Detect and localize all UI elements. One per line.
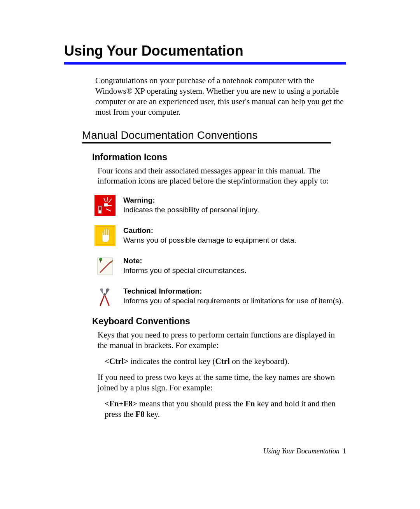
note-text: Note: Informs you of special circumstanc… bbox=[123, 255, 247, 275]
keyboard-p2: If you need to press two keys at the sam… bbox=[98, 372, 346, 393]
title-rule bbox=[64, 62, 346, 65]
note-icon bbox=[94, 255, 116, 276]
fnf8-key: <Fn+F8> bbox=[105, 399, 137, 408]
svg-rect-8 bbox=[104, 203, 108, 206]
svg-rect-2 bbox=[99, 206, 101, 210]
caution-label: Caution: bbox=[123, 226, 153, 234]
caution-row: Caution: Warns you of possible damage to… bbox=[94, 225, 346, 246]
chapter-title: Using Your Documentation bbox=[64, 43, 346, 59]
document-page: Using Your Documentation Congratulations… bbox=[0, 0, 420, 479]
ex1-end: on the keyboard). bbox=[230, 357, 289, 366]
note-desc: Informs you of special circumstances. bbox=[123, 266, 247, 275]
keyboard-conventions-heading: Keyboard Conventions bbox=[92, 316, 346, 327]
fn-bold: Fn bbox=[245, 399, 255, 408]
tech-info-desc: Informs you of special requirements or l… bbox=[123, 297, 343, 305]
caution-desc: Warns you of possible damage to equipmen… bbox=[123, 236, 296, 244]
ex1-mid: indicates the control key ( bbox=[128, 357, 215, 366]
section-heading: Manual Documentation Conventions bbox=[82, 129, 346, 142]
footer-text: Using Your Documentation bbox=[263, 447, 340, 455]
caution-icon bbox=[94, 225, 116, 246]
page-footer: Using Your Documentation1 bbox=[64, 447, 346, 455]
caution-text: Caution: Warns you of possible damage to… bbox=[123, 225, 296, 245]
ctrl-bold: Ctrl bbox=[215, 357, 230, 366]
keyboard-example-1: <Ctrl> indicates the control key (Ctrl o… bbox=[105, 356, 346, 367]
svg-point-16 bbox=[103, 293, 106, 296]
svg-rect-15 bbox=[100, 259, 101, 262]
warning-label: Warning: bbox=[123, 196, 155, 204]
tech-info-text: Technical Information: Informs you of sp… bbox=[123, 286, 343, 306]
keyboard-p1: Keys that you need to press to perform c… bbox=[98, 330, 346, 351]
tech-info-row: Technical Information: Informs you of sp… bbox=[94, 286, 346, 307]
ex2-a: means that you should press the bbox=[137, 399, 245, 408]
ctrl-key: <Ctrl> bbox=[105, 357, 128, 366]
information-icons-heading: Information Icons bbox=[92, 152, 346, 163]
section-rule bbox=[82, 142, 331, 143]
warning-row: Warning: Indicates the possibility of pe… bbox=[94, 195, 346, 216]
information-icons-intro: Four icons and their associated messages… bbox=[98, 166, 346, 187]
warning-icon bbox=[94, 195, 116, 216]
note-label: Note: bbox=[123, 257, 142, 265]
warning-desc: Indicates the possibility of personal in… bbox=[123, 206, 259, 214]
note-row: Note: Informs you of special circumstanc… bbox=[94, 255, 346, 276]
footer-page-number: 1 bbox=[343, 447, 346, 455]
f8-bold: F8 bbox=[135, 409, 144, 419]
keyboard-example-2: <Fn+F8> means that you should press the … bbox=[105, 399, 346, 420]
tech-info-icon bbox=[94, 286, 116, 307]
intro-paragraph: Congratulations on your purchase of a no… bbox=[95, 75, 346, 117]
warning-text: Warning: Indicates the possibility of pe… bbox=[123, 195, 259, 215]
ex2-c: key. bbox=[145, 409, 160, 419]
tech-info-label: Technical Information: bbox=[123, 287, 202, 295]
